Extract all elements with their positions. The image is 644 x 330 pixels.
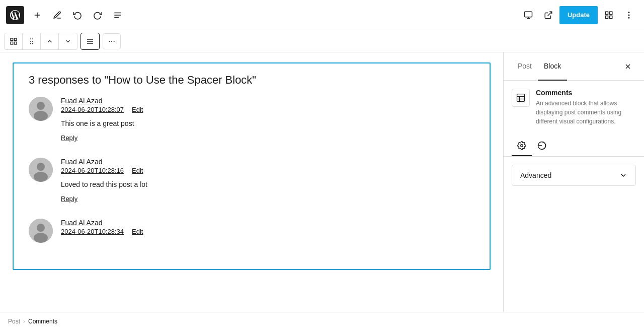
block-info: Comments An advanced block that allows d… — [512, 89, 636, 126]
comment-item: Fuad Al Azad 2024-06-20T10:28:34 Edit — [29, 219, 474, 247]
sidebar-content: Comments An advanced block that allows d… — [504, 81, 644, 312]
tools-button[interactable] — [48, 6, 66, 24]
undo-button[interactable] — [68, 6, 87, 24]
block-icon-container — [512, 89, 530, 107]
svg-rect-11 — [610, 16, 612, 18]
svg-point-47 — [521, 145, 523, 147]
toolbar-right: Update — [519, 6, 638, 24]
advanced-label: Advanced — [520, 171, 551, 179]
comment-text: This one is a great post — [61, 119, 474, 127]
comment-reply[interactable]: Reply — [61, 195, 77, 203]
svg-point-31 — [114, 41, 115, 42]
svg-point-37 — [34, 172, 48, 182]
svg-point-24 — [32, 41, 33, 42]
breadcrumb-post[interactable]: Post — [8, 318, 20, 325]
block-name: Comments — [536, 89, 636, 97]
breadcrumb-separator: › — [23, 318, 25, 325]
comment-edit[interactable]: Edit — [132, 167, 143, 174]
svg-rect-12 — [605, 16, 608, 18]
comment-author[interactable]: Fuad Al Azad — [61, 158, 103, 166]
comment-meta: 2024-06-20T10:28:07 Edit — [61, 106, 474, 113]
svg-line-8 — [547, 12, 551, 16]
preview-button[interactable] — [519, 6, 537, 24]
svg-rect-10 — [610, 12, 612, 14]
svg-point-21 — [30, 41, 31, 42]
close-sidebar-button[interactable] — [620, 58, 636, 75]
wp-logo — [6, 6, 24, 24]
block-description: An advanced block that allows displaying… — [536, 99, 636, 126]
svg-rect-18 — [14, 42, 17, 44]
svg-point-29 — [109, 41, 110, 42]
svg-point-22 — [30, 43, 31, 44]
comment-text: Loved to read this post a lot — [61, 180, 474, 188]
svg-rect-9 — [605, 12, 608, 14]
svg-rect-5 — [524, 12, 532, 17]
view-site-button[interactable] — [539, 6, 557, 24]
comment-edit[interactable]: Edit — [132, 228, 143, 235]
sidebar-header: Post Block — [504, 52, 644, 81]
svg-rect-17 — [14, 38, 17, 41]
comment-meta: 2024-06-20T10:28:34 Edit — [61, 228, 474, 235]
block-toolbar — [0, 30, 644, 52]
comment-content: Fuad Al Azad 2024-06-20T10:28:07 Edit Th… — [61, 97, 474, 142]
advanced-section: Advanced — [512, 165, 636, 186]
comments-block[interactable]: 3 responses to "How to Use the Spacer Bl… — [13, 62, 491, 270]
sidebar: Post Block Comments An advanced b — [503, 52, 644, 312]
avatar — [29, 158, 53, 182]
move-down-button[interactable] — [59, 33, 77, 49]
breadcrumb-comments: Comments — [28, 318, 57, 325]
svg-point-34 — [34, 111, 48, 121]
styles-tab[interactable] — [532, 136, 552, 156]
block-info-text: Comments An advanced block that allows d… — [536, 89, 636, 126]
svg-point-30 — [111, 41, 112, 42]
svg-point-33 — [37, 102, 45, 110]
svg-point-36 — [37, 163, 45, 171]
comments-title: 3 responses to "How to Use the Spacer Bl… — [29, 74, 474, 87]
align-button[interactable] — [81, 33, 99, 49]
more-options-button[interactable] — [620, 6, 638, 24]
comment-reply[interactable]: Reply — [61, 134, 77, 142]
settings-toggle-button[interactable] — [600, 6, 618, 24]
comment-date: 2024-06-20T10:28:34 — [61, 228, 124, 235]
block-type-group — [4, 33, 77, 50]
svg-rect-16 — [11, 38, 13, 41]
tab-block[interactable]: Block — [538, 52, 567, 81]
comment-meta: 2024-06-20T10:28:16 Edit — [61, 167, 474, 174]
chevron-down-icon — [619, 171, 627, 179]
settings-tab[interactable] — [512, 136, 532, 156]
breadcrumb: Post › Comments — [0, 312, 644, 330]
drag-handle-button[interactable] — [23, 33, 41, 49]
svg-point-39 — [37, 224, 45, 232]
tab-post[interactable]: Post — [512, 52, 538, 81]
select-block-type-button[interactable] — [5, 33, 23, 49]
svg-rect-43 — [517, 94, 525, 102]
svg-point-23 — [32, 38, 33, 39]
redo-button[interactable] — [89, 6, 107, 24]
svg-point-13 — [628, 12, 629, 13]
svg-point-40 — [34, 233, 48, 243]
avatar — [29, 97, 53, 121]
comment-date: 2024-06-20T10:28:16 — [61, 167, 124, 174]
editor-area: 3 responses to "How to Use the Spacer Bl… — [0, 52, 503, 312]
svg-rect-19 — [11, 42, 13, 44]
comment-content: Fuad Al Azad 2024-06-20T10:28:34 Edit — [61, 219, 474, 243]
update-button[interactable]: Update — [559, 6, 598, 24]
block-more-options-button[interactable] — [103, 33, 121, 49]
comment-content: Fuad Al Azad 2024-06-20T10:28:16 Edit Lo… — [61, 158, 474, 203]
sidebar-settings-tabs — [504, 136, 644, 157]
svg-point-15 — [628, 17, 629, 18]
comment-edit[interactable]: Edit — [132, 106, 143, 113]
comment-item: Fuad Al Azad 2024-06-20T10:28:07 Edit Th… — [29, 97, 474, 146]
svg-point-20 — [30, 38, 31, 39]
document-overview-button[interactable] — [109, 6, 127, 24]
main-layout: 3 responses to "How to Use the Spacer Bl… — [0, 52, 644, 312]
advanced-header[interactable]: Advanced — [512, 165, 635, 185]
comment-author[interactable]: Fuad Al Azad — [61, 219, 103, 227]
avatar — [29, 219, 53, 243]
align-group — [80, 33, 100, 50]
comment-item: Fuad Al Azad 2024-06-20T10:28:16 Edit Lo… — [29, 158, 474, 207]
comment-date: 2024-06-20T10:28:07 — [61, 106, 124, 113]
move-up-button[interactable] — [41, 33, 59, 49]
add-block-button[interactable] — [28, 6, 46, 24]
comment-author[interactable]: Fuad Al Azad — [61, 97, 103, 105]
